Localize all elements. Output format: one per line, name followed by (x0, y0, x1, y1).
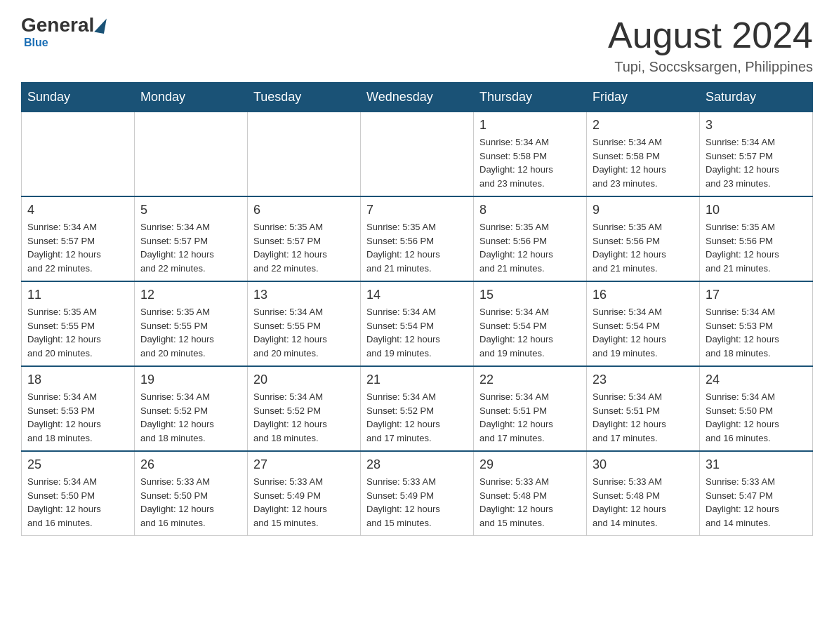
day-number: 3 (706, 118, 807, 133)
calendar-cell: 16Sunrise: 5:34 AMSunset: 5:54 PMDayligh… (587, 281, 700, 366)
day-info: Sunrise: 5:34 AMSunset: 5:58 PMDaylight:… (479, 135, 581, 190)
day-number: 26 (140, 457, 241, 472)
calendar-week-row: 1Sunrise: 5:34 AMSunset: 5:58 PMDaylight… (22, 112, 813, 197)
day-number: 28 (366, 457, 468, 472)
day-number: 6 (253, 203, 355, 217)
day-number: 2 (593, 118, 694, 133)
calendar-cell (135, 112, 248, 197)
calendar-cell (22, 112, 135, 197)
title-area: August 2024 Tupi, Soccsksargen, Philippi… (608, 14, 813, 75)
day-number: 30 (593, 457, 694, 472)
day-info: Sunrise: 5:33 AMSunset: 5:49 PMDaylight:… (253, 475, 355, 530)
day-info: Sunrise: 5:34 AMSunset: 5:50 PMDaylight:… (27, 475, 128, 530)
day-number: 22 (479, 373, 581, 387)
day-number: 21 (366, 373, 468, 387)
day-number: 25 (27, 457, 128, 472)
calendar-cell: 2Sunrise: 5:34 AMSunset: 5:58 PMDaylight… (587, 112, 700, 197)
day-info: Sunrise: 5:35 AMSunset: 5:55 PMDaylight:… (27, 305, 128, 360)
day-number: 29 (479, 457, 581, 472)
day-info: Sunrise: 5:35 AMSunset: 5:56 PMDaylight:… (479, 220, 581, 275)
calendar-cell: 8Sunrise: 5:35 AMSunset: 5:56 PMDaylight… (474, 196, 587, 281)
calendar-cell: 7Sunrise: 5:35 AMSunset: 5:56 PMDaylight… (361, 196, 474, 281)
day-number: 16 (593, 288, 694, 302)
day-info: Sunrise: 5:34 AMSunset: 5:58 PMDaylight:… (593, 135, 694, 190)
logo-blue-text: Blue (24, 36, 48, 48)
day-info: Sunrise: 5:34 AMSunset: 5:57 PMDaylight:… (140, 220, 241, 275)
page-header: General Blue August 2024 Tupi, Soccsksar… (21, 14, 813, 75)
calendar-cell: 29Sunrise: 5:33 AMSunset: 5:48 PMDayligh… (474, 451, 587, 536)
calendar-cell: 5Sunrise: 5:34 AMSunset: 5:57 PMDaylight… (135, 196, 248, 281)
day-number: 13 (253, 288, 355, 302)
day-number: 15 (479, 288, 581, 302)
day-info: Sunrise: 5:33 AMSunset: 5:50 PMDaylight:… (140, 475, 241, 530)
day-info: Sunrise: 5:35 AMSunset: 5:56 PMDaylight:… (593, 220, 694, 275)
logo-general-text: General (21, 14, 94, 36)
calendar-week-row: 25Sunrise: 5:34 AMSunset: 5:50 PMDayligh… (22, 451, 813, 536)
day-number: 23 (593, 373, 694, 387)
logo: General Blue (21, 14, 107, 49)
weekday-header-saturday: Saturday (700, 83, 813, 112)
calendar-cell: 6Sunrise: 5:35 AMSunset: 5:57 PMDaylight… (248, 196, 361, 281)
day-info: Sunrise: 5:34 AMSunset: 5:53 PMDaylight:… (706, 305, 807, 360)
day-info: Sunrise: 5:34 AMSunset: 5:54 PMDaylight:… (366, 305, 468, 360)
day-info: Sunrise: 5:34 AMSunset: 5:51 PMDaylight:… (479, 390, 581, 445)
day-info: Sunrise: 5:34 AMSunset: 5:57 PMDaylight:… (27, 220, 128, 275)
day-number: 17 (706, 288, 807, 302)
location-subtitle: Tupi, Soccsksargen, Philippines (608, 59, 813, 75)
calendar-cell: 20Sunrise: 5:34 AMSunset: 5:52 PMDayligh… (248, 366, 361, 451)
calendar-cell: 10Sunrise: 5:35 AMSunset: 5:56 PMDayligh… (700, 196, 813, 281)
day-number: 12 (140, 288, 241, 302)
weekday-header-wednesday: Wednesday (361, 83, 474, 112)
calendar-cell: 19Sunrise: 5:34 AMSunset: 5:52 PMDayligh… (135, 366, 248, 451)
day-info: Sunrise: 5:34 AMSunset: 5:52 PMDaylight:… (253, 390, 355, 445)
day-info: Sunrise: 5:34 AMSunset: 5:54 PMDaylight:… (479, 305, 581, 360)
day-number: 1 (479, 118, 581, 133)
day-info: Sunrise: 5:35 AMSunset: 5:55 PMDaylight:… (140, 305, 241, 360)
day-number: 31 (706, 457, 807, 472)
calendar-cell: 26Sunrise: 5:33 AMSunset: 5:50 PMDayligh… (135, 451, 248, 536)
day-number: 20 (253, 373, 355, 387)
day-info: Sunrise: 5:35 AMSunset: 5:57 PMDaylight:… (253, 220, 355, 275)
calendar-cell: 11Sunrise: 5:35 AMSunset: 5:55 PMDayligh… (22, 281, 135, 366)
day-info: Sunrise: 5:34 AMSunset: 5:57 PMDaylight:… (706, 135, 807, 190)
calendar-cell: 24Sunrise: 5:34 AMSunset: 5:50 PMDayligh… (700, 366, 813, 451)
weekday-header-sunday: Sunday (22, 83, 135, 112)
calendar-cell (361, 112, 474, 197)
calendar-cell: 21Sunrise: 5:34 AMSunset: 5:52 PMDayligh… (361, 366, 474, 451)
calendar-cell: 4Sunrise: 5:34 AMSunset: 5:57 PMDaylight… (22, 196, 135, 281)
calendar-cell: 12Sunrise: 5:35 AMSunset: 5:55 PMDayligh… (135, 281, 248, 366)
calendar-cell: 18Sunrise: 5:34 AMSunset: 5:53 PMDayligh… (22, 366, 135, 451)
calendar-cell (248, 112, 361, 197)
day-info: Sunrise: 5:33 AMSunset: 5:47 PMDaylight:… (706, 475, 807, 530)
calendar-header-row: SundayMondayTuesdayWednesdayThursdayFrid… (22, 83, 813, 112)
day-info: Sunrise: 5:34 AMSunset: 5:54 PMDaylight:… (593, 305, 694, 360)
calendar-cell: 1Sunrise: 5:34 AMSunset: 5:58 PMDaylight… (474, 112, 587, 197)
calendar-cell: 3Sunrise: 5:34 AMSunset: 5:57 PMDaylight… (700, 112, 813, 197)
logo-triangle-icon (94, 17, 107, 34)
calendar-week-row: 18Sunrise: 5:34 AMSunset: 5:53 PMDayligh… (22, 366, 813, 451)
day-number: 10 (706, 203, 807, 217)
calendar-cell: 17Sunrise: 5:34 AMSunset: 5:53 PMDayligh… (700, 281, 813, 366)
day-number: 7 (366, 203, 468, 217)
day-info: Sunrise: 5:34 AMSunset: 5:52 PMDaylight:… (140, 390, 241, 445)
month-title: August 2024 (608, 14, 813, 56)
day-info: Sunrise: 5:33 AMSunset: 5:49 PMDaylight:… (366, 475, 468, 530)
calendar-cell: 15Sunrise: 5:34 AMSunset: 5:54 PMDayligh… (474, 281, 587, 366)
weekday-header-friday: Friday (587, 83, 700, 112)
calendar-cell: 31Sunrise: 5:33 AMSunset: 5:47 PMDayligh… (700, 451, 813, 536)
day-number: 11 (27, 288, 128, 302)
day-info: Sunrise: 5:34 AMSunset: 5:55 PMDaylight:… (253, 305, 355, 360)
calendar-cell: 22Sunrise: 5:34 AMSunset: 5:51 PMDayligh… (474, 366, 587, 451)
day-number: 14 (366, 288, 468, 302)
calendar-cell: 27Sunrise: 5:33 AMSunset: 5:49 PMDayligh… (248, 451, 361, 536)
day-info: Sunrise: 5:35 AMSunset: 5:56 PMDaylight:… (706, 220, 807, 275)
day-info: Sunrise: 5:33 AMSunset: 5:48 PMDaylight:… (593, 475, 694, 530)
calendar-cell: 30Sunrise: 5:33 AMSunset: 5:48 PMDayligh… (587, 451, 700, 536)
day-number: 27 (253, 457, 355, 472)
weekday-header-monday: Monday (135, 83, 248, 112)
day-info: Sunrise: 5:34 AMSunset: 5:51 PMDaylight:… (593, 390, 694, 445)
calendar-cell: 28Sunrise: 5:33 AMSunset: 5:49 PMDayligh… (361, 451, 474, 536)
day-number: 24 (706, 373, 807, 387)
day-number: 4 (27, 203, 128, 217)
calendar-week-row: 4Sunrise: 5:34 AMSunset: 5:57 PMDaylight… (22, 196, 813, 281)
